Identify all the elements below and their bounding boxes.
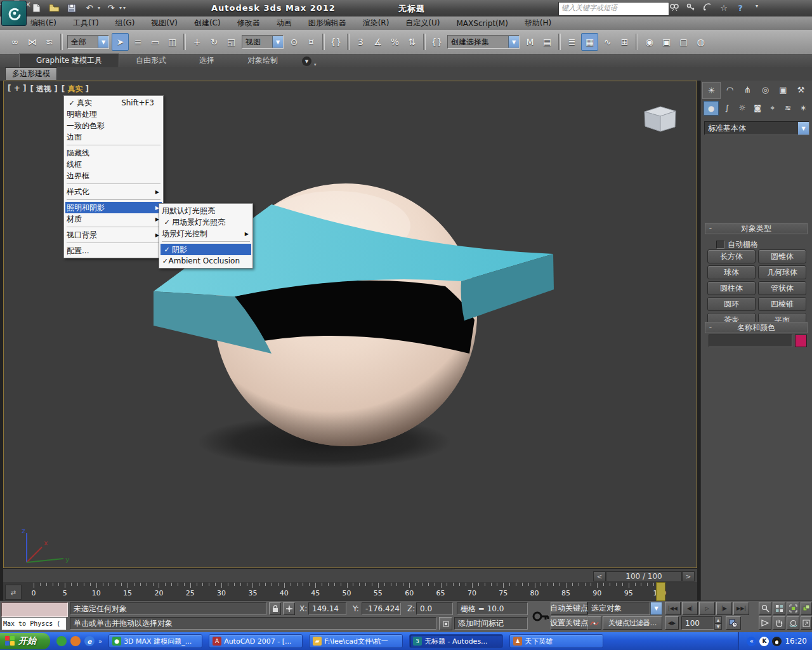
playback-button[interactable]: ▶▶|	[733, 602, 749, 615]
save-icon[interactable]	[65, 2, 79, 14]
submenu-item[interactable]: ✓ Ambient Occlusion	[160, 255, 251, 267]
tray-clock[interactable]: 16:20	[785, 637, 807, 646]
set-key-button[interactable]: 设置关键点	[551, 616, 587, 630]
z-coordinate-field[interactable]: 0.0	[416, 602, 453, 615]
select-and-scale-icon[interactable]: ◱	[223, 34, 239, 50]
submenu-item[interactable]: ✓ 阴影	[160, 244, 251, 255]
absolute-offset-mode-icon[interactable]	[283, 602, 295, 615]
playback-button[interactable]: ▷	[699, 602, 715, 615]
bind-to-space-warp-icon[interactable]: ≋	[41, 34, 57, 50]
quick-launch-icon-1[interactable]	[56, 636, 67, 646]
maxscript-mini-listener-pink[interactable]	[1, 602, 68, 617]
search-icon[interactable]	[667, 3, 681, 13]
primitive-button[interactable]: 四棱锥	[758, 297, 806, 311]
menu-item[interactable]: 视图(V)	[151, 18, 178, 29]
playback-button[interactable]: ◀|	[682, 602, 698, 615]
x-coordinate-field[interactable]: 149.14	[308, 602, 346, 615]
curve-editor-icon[interactable]: ∿	[599, 34, 615, 50]
subtab-geometry[interactable]: ●	[704, 101, 719, 116]
primitive-button[interactable]: 管状体	[758, 281, 806, 295]
internet-explorer-icon[interactable]: e	[84, 636, 95, 646]
time-slider-ruler[interactable]: 0510152025303540455055606570758085909510…	[3, 582, 697, 601]
select-and-rotate-icon[interactable]: ↻	[206, 34, 222, 50]
primitive-button[interactable]: 球体	[707, 265, 756, 279]
menu-item[interactable]: 图形编辑器	[308, 18, 346, 29]
context-menu-item[interactable]: 一致的色彩	[65, 120, 162, 131]
tray-qq-penguin-icon[interactable]	[772, 637, 782, 646]
subtab-shapes[interactable]: ∫	[720, 101, 734, 114]
spinner-snap-icon[interactable]: ⇅	[404, 34, 420, 50]
taskbar-task-button[interactable]: ● 3D MAX 建模问题_...	[108, 634, 202, 648]
previous-frame-button[interactable]: <	[593, 571, 606, 581]
percent-snap-icon[interactable]: %	[387, 34, 403, 50]
context-menu-item[interactable]: 边界框	[65, 170, 162, 182]
primitive-button[interactable]: 圆环	[707, 297, 756, 311]
viewport-menu-shading[interactable]: [ 真实 ]	[62, 84, 89, 95]
new-file-icon[interactable]	[29, 2, 43, 14]
subtab-cameras[interactable]: ◙	[750, 101, 764, 114]
ribbon-tab-object-paint[interactable]: 对象绘制	[231, 54, 294, 67]
key-mode-selection-dropdown[interactable]: 选定对象 ▼	[587, 602, 662, 615]
communication-center-icon[interactable]	[700, 3, 714, 13]
use-pivot-point-center-icon[interactable]: ⊙	[286, 34, 302, 50]
current-frame-field[interactable]: 100	[681, 616, 714, 630]
orbit-icon[interactable]	[787, 616, 799, 630]
pan-hand-icon[interactable]	[773, 616, 785, 630]
primitive-button[interactable]: 圆锥体	[758, 249, 806, 263]
menu-item[interactable]: 创建(C)	[194, 18, 221, 29]
help-icon[interactable]: ?	[733, 3, 747, 13]
menu-item[interactable]: 组(G)	[115, 18, 135, 29]
submenu-item[interactable]: ✓ 用场景灯光照亮	[160, 216, 251, 228]
subscription-key-icon[interactable]	[684, 3, 698, 13]
tray-language-icon[interactable]: «	[747, 637, 756, 646]
rectangular-selection-region-icon[interactable]: ▭	[147, 34, 163, 50]
start-button[interactable]: 开始	[0, 633, 50, 649]
quick-access-customize-icon[interactable]: ▾	[123, 5, 126, 11]
zoom-icon[interactable]	[759, 602, 771, 615]
time-slider-handle[interactable]	[656, 582, 665, 601]
infocenter-search-input[interactable]: 键入关键字或短语	[558, 2, 669, 16]
subtab-space-warps[interactable]: ≋	[781, 101, 795, 114]
primitive-button[interactable]: 几何球体	[758, 265, 806, 279]
select-object-icon[interactable]: ➤	[112, 33, 129, 51]
help-dropdown-icon[interactable]: ▾	[750, 3, 764, 13]
selection-filter-dropdown[interactable]: 全部 ▼	[67, 35, 109, 49]
keyboard-shortcut-override-icon[interactable]: {}	[328, 34, 344, 50]
menu-item[interactable]: 动画	[277, 18, 292, 29]
context-menu-item[interactable]: 材质 ▶	[65, 213, 162, 225]
zoom-extents-icon[interactable]	[787, 602, 799, 615]
tab-utilities[interactable]: ⚒	[792, 82, 809, 98]
context-menu-item[interactable]: 线框	[65, 159, 162, 170]
rollout-name-color[interactable]: - 名称和颜色	[705, 322, 808, 333]
ribbon-tab-selection[interactable]: 选择	[183, 54, 231, 67]
layer-manager-icon[interactable]: ≣	[564, 34, 580, 50]
taskbar-task-button[interactable]: ♟ 天下英雄	[509, 634, 603, 648]
ribbon-subtab-polygon-modeling[interactable]: 多边形建模	[5, 67, 57, 80]
context-menu-item[interactable]: 样式化 ▶	[65, 186, 162, 197]
undo-icon[interactable]: ↶	[82, 2, 96, 14]
context-menu-item[interactable]: 视口背景 ▶	[65, 229, 162, 241]
menu-item[interactable]: 工具(T)	[73, 18, 99, 29]
listener-key-icon[interactable]	[532, 603, 549, 632]
ribbon-options-dropdown-icon[interactable]: ▾	[314, 62, 317, 67]
auto-key-button[interactable]: 自动关键点	[551, 602, 587, 615]
menu-item[interactable]: 渲染(R)	[363, 18, 390, 29]
application-menu-button[interactable]	[1, 1, 27, 26]
autogrid-checkbox[interactable]	[716, 241, 724, 249]
zoom-all-icon[interactable]	[773, 602, 785, 615]
rollout-object-type[interactable]: - 对象类型	[705, 223, 808, 234]
open-file-icon[interactable]	[47, 2, 61, 14]
context-menu-item[interactable]: 配置...	[65, 245, 162, 256]
new-key-curve-icon[interactable]	[587, 616, 601, 630]
playback-button[interactable]: |▶	[716, 602, 732, 615]
menu-item[interactable]: 修改器	[237, 18, 260, 29]
tab-motion[interactable]: ◎	[757, 82, 774, 98]
menu-item[interactable]: MAXScript(M)	[457, 19, 508, 28]
edit-named-selection-sets-icon[interactable]: {}	[429, 34, 445, 50]
next-frame-button[interactable]: >	[682, 571, 695, 581]
isolate-selection-icon[interactable]	[439, 617, 452, 630]
undo-dropdown-icon[interactable]: ▾	[98, 5, 100, 11]
primitive-category-dropdown[interactable]: 标准基本体 ▼	[704, 121, 809, 135]
key-step-mode-button[interactable]: ◀▶	[665, 616, 679, 630]
selection-lock-icon[interactable]	[269, 602, 281, 615]
